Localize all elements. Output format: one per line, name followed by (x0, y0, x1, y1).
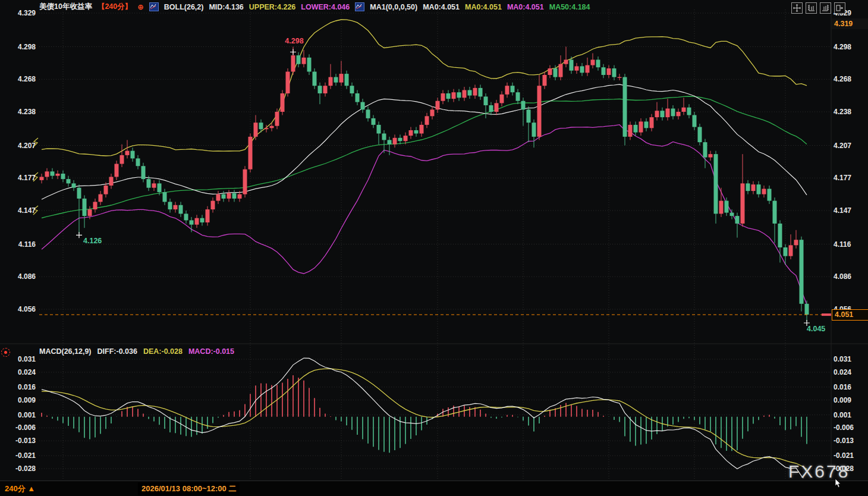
boll-lower-value: LOWER:4.046 (301, 3, 350, 11)
axis-left-scale-icon[interactable] (806, 2, 817, 14)
clipped-data-marker (33, 172, 38, 181)
axis-price-marker-last: 4.051 (832, 309, 868, 321)
interval-selector[interactable]: 240分 ▲ (5, 484, 35, 494)
chart-toolbar (791, 2, 845, 14)
move-crosshair-icon[interactable] (791, 2, 803, 14)
instrument-title: 美债10年收益率 (39, 2, 92, 12)
axis-price-marker-high: 4.319 (832, 18, 868, 29)
macd-dea-value: DEA:-0.028 (143, 347, 183, 356)
mouse-cursor (835, 479, 843, 488)
ma-params-label: MA1(0,0,0,50) (370, 3, 417, 11)
add-indicator-icon[interactable]: ⊕ (137, 2, 143, 11)
main-indicator-header: 美债10年收益率 【240分】 ⊕ BOLL(26,2) MID:4.136 U… (39, 2, 590, 12)
axis-right-scale-icon[interactable] (820, 2, 831, 14)
chart-application-window: 4.3294.3294.2984.2984.2684.2684.2384.238… (0, 0, 868, 496)
ma0-value-white: MA0:4.051 (423, 3, 460, 11)
mini-chart-icon[interactable] (355, 2, 364, 11)
selected-bar-info: 2026/01/13 08:00~12:00 二 (138, 482, 240, 495)
macd-params-label: MACD(26,12,9) (39, 347, 92, 356)
ma50-line (42, 96, 807, 218)
pop-out-icon[interactable] (834, 2, 845, 14)
interval-badge[interactable]: 【240分】 (98, 2, 132, 12)
clipped-data-marker (33, 206, 38, 215)
candlestick-macd-chart[interactable] (0, 0, 868, 496)
macd-hist-value: MACD:-0.015 (188, 347, 234, 356)
boll-mid-line (42, 84, 807, 199)
macd-diff-value: DIFF:-0.036 (98, 347, 137, 356)
ma0-value-yellow: MA0:4.051 (465, 3, 502, 11)
extreme-cross-marker (804, 320, 810, 326)
boll-lower-line (42, 125, 807, 304)
time-axis-bar: 240分 ▲ 2026/01/13 08:00~12:00 二 (0, 481, 868, 496)
macd-diff-line (42, 358, 807, 483)
macd-indicator-header: MACD(26,12,9) DIFF:-0.036 DEA:-0.028 MAC… (39, 347, 234, 356)
mini-chart-icon[interactable] (149, 2, 159, 11)
boll-upper-value: UPPER:4.226 (249, 3, 296, 11)
extreme-cross-marker (76, 232, 82, 238)
clipped-data-marker (33, 138, 38, 147)
last-close-tick (822, 313, 831, 316)
macd-dea-line (42, 369, 807, 469)
extreme-cross-marker (290, 49, 296, 55)
record-dot-icon[interactable] (1, 348, 10, 357)
ma50-value: MA50:4.184 (549, 3, 590, 11)
ma0-value-magenta: MA0:4.051 (507, 3, 544, 11)
boll-params-label: BOLL(26,2) (164, 3, 204, 11)
boll-upper-line (42, 20, 807, 156)
boll-mid-value: MID:4.136 (209, 3, 243, 11)
up-arrow-icon: ▲ (27, 484, 35, 493)
